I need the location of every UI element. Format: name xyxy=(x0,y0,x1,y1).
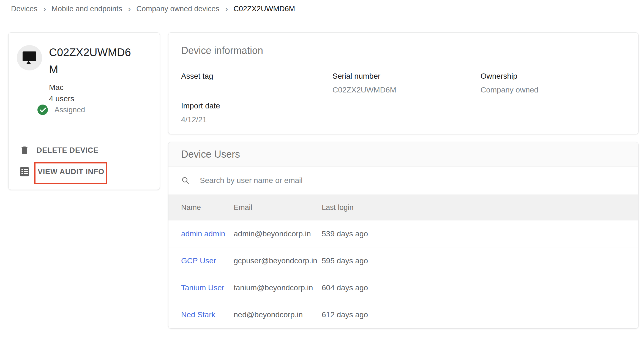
field-label: Ownership xyxy=(481,71,626,81)
search-icon xyxy=(181,176,190,185)
breadcrumb: Devices › Mobile and endpoints › Company… xyxy=(0,0,644,18)
view-audit-info-label: VIEW AUDIT INFO xyxy=(38,168,104,176)
chevron-right-icon: › xyxy=(225,4,228,13)
device-users-count: 4 users xyxy=(49,93,74,104)
user-last-login: 539 days ago xyxy=(322,229,638,238)
user-name-link[interactable]: GCP User xyxy=(181,256,234,265)
users-table-header: Name Email Last login xyxy=(168,195,638,220)
column-header-name: Name xyxy=(181,203,234,212)
breadcrumb-devices[interactable]: Devices xyxy=(11,5,37,13)
breadcrumb-mobile-endpoints[interactable]: Mobile and endpoints xyxy=(51,5,122,13)
divider xyxy=(9,134,160,134)
table-row: admin admin admin@beyondcorp.in 539 days… xyxy=(168,220,638,247)
device-type: Mac xyxy=(49,82,74,93)
check-circle-icon xyxy=(37,105,48,115)
device-information-card: Device information Asset tag Serial numb… xyxy=(168,32,638,134)
field-asset-tag: Asset tag xyxy=(181,71,332,95)
user-email: tanium@beyondcorp.in xyxy=(234,283,322,292)
breadcrumb-current-device: C02ZX2UWMD6M xyxy=(233,5,295,13)
field-label: Serial number xyxy=(332,71,481,81)
chevron-right-icon: › xyxy=(43,4,46,13)
device-users-header: Device Users xyxy=(168,142,638,166)
search-input[interactable] xyxy=(200,176,626,185)
user-last-login: 604 days ago xyxy=(322,283,638,292)
field-label: Import date xyxy=(181,101,332,111)
main-content: C02ZX2UWMD6M Mac 4 users Assigned DELETE… xyxy=(0,18,644,339)
field-value: Company owned xyxy=(481,85,626,95)
user-email: gcpuser@beyondcorp.in xyxy=(234,256,322,265)
list-alt-icon xyxy=(19,166,30,177)
device-avatar xyxy=(17,45,42,70)
device-title: C02ZX2UWMD6M xyxy=(49,44,133,78)
device-users-title: Device Users xyxy=(181,149,240,160)
field-label: Asset tag xyxy=(181,71,332,81)
chevron-right-icon: › xyxy=(128,4,131,13)
device-users-search xyxy=(168,166,638,195)
device-users-card: Device Users Name Email Last login admin… xyxy=(168,142,638,329)
delete-device-label: DELETE DEVICE xyxy=(37,146,99,155)
breadcrumb-company-owned-devices[interactable]: Company owned devices xyxy=(136,5,219,13)
field-serial-number: Serial number C02ZX2UWMD6M xyxy=(332,71,481,95)
device-information-fields: Asset tag Serial number C02ZX2UWMD6M Own… xyxy=(181,71,626,125)
field-ownership: Ownership Company owned xyxy=(481,71,626,95)
device-status: Assigned xyxy=(37,105,85,115)
desktop-monitor-icon xyxy=(23,51,36,64)
field-value: 4/12/21 xyxy=(181,115,332,125)
table-row: Tanium User tanium@beyondcorp.in 604 day… xyxy=(168,274,638,301)
view-audit-info-button[interactable]: VIEW AUDIT INFO xyxy=(9,159,160,184)
status-label: Assigned xyxy=(54,106,85,114)
user-email: admin@beyondcorp.in xyxy=(234,229,322,238)
user-name-link[interactable]: admin admin xyxy=(181,229,234,238)
column-header-last-login: Last login xyxy=(322,203,638,212)
column-header-email: Email xyxy=(234,203,322,212)
field-import-date: Import date 4/12/21 xyxy=(181,101,332,125)
user-email: ned@beyondcorp.in xyxy=(234,310,322,319)
table-row: GCP User gcpuser@beyondcorp.in 595 days … xyxy=(168,247,638,274)
device-information-title: Device information xyxy=(181,45,263,56)
user-name-link[interactable]: Tanium User xyxy=(181,283,234,292)
user-name-link[interactable]: Ned Stark xyxy=(181,310,234,319)
device-subtitle: Mac 4 users xyxy=(49,82,74,104)
trash-icon xyxy=(20,145,29,155)
user-last-login: 612 days ago xyxy=(322,310,638,319)
field-value: C02ZX2UWMD6M xyxy=(332,85,481,95)
table-row: Ned Stark ned@beyondcorp.in 612 days ago xyxy=(168,301,638,328)
field-value xyxy=(181,85,332,95)
user-last-login: 595 days ago xyxy=(322,256,638,265)
device-summary-card: C02ZX2UWMD6M Mac 4 users Assigned DELETE… xyxy=(8,32,160,190)
